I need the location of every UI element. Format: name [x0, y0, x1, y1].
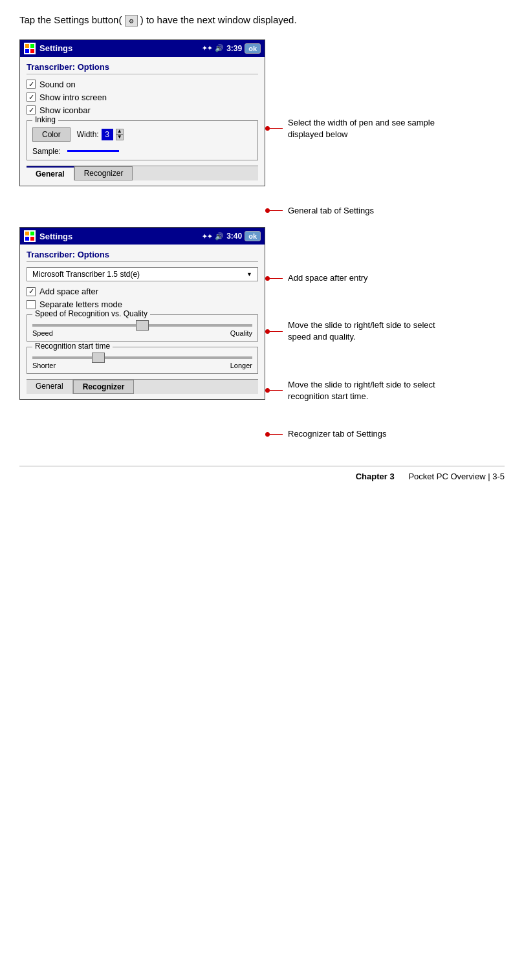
checkbox-show-intro-label: Show intro screen — [39, 93, 107, 102]
footer-page-num: 3-5 — [492, 472, 505, 481]
recog-slider-track — [32, 356, 252, 359]
checkbox-show-intro[interactable]: Show intro screen — [27, 93, 258, 102]
settings-icon: ⚙ — [125, 15, 138, 27]
annot-dot-3 — [265, 276, 270, 281]
ok-button-1[interactable]: ok — [245, 43, 261, 54]
width-label: Width: — [77, 130, 99, 139]
speaker-icon-2: 🔊 — [215, 232, 224, 241]
svg-rect-1 — [30, 44, 34, 48]
title-icons-2: ✦✦ 🔊 3:40 ok — [202, 231, 261, 241]
checkbox-show-intro-box[interactable] — [27, 93, 36, 102]
checkbox-add-space-label: Add space after — [39, 287, 98, 296]
time-display-1: 3:39 — [226, 44, 242, 53]
chapter-footer: Chapter 3 Pocket PC Overview | 3-5 — [19, 466, 505, 481]
transcriber-dropdown[interactable]: Microsoft Transcriber 1.5 std(e) ▼ — [27, 267, 258, 281]
speed-slider-track — [32, 324, 252, 327]
annot-line-5 — [270, 390, 283, 391]
annotation-recog-time: Move the slide to right/left side to sel… — [265, 379, 437, 402]
dropdown-value: Microsoft Transcriber 1.5 std(e) — [32, 270, 140, 279]
speed-slider-thumb[interactable] — [136, 320, 149, 331]
svg-rect-6 — [25, 237, 29, 241]
windows-logo-2 — [24, 230, 36, 242]
settings-window-2: Settings ✦✦ 🔊 3:40 ok Transcriber: Optio… — [19, 227, 265, 400]
signal-icon: ✦✦ — [202, 45, 212, 52]
svg-rect-5 — [30, 232, 34, 235]
checkbox-separate-letters-label: Separate letters mode — [39, 299, 122, 309]
recog-left-label: Shorter — [32, 362, 56, 369]
tab-bar-2: General Recognizer — [27, 379, 258, 394]
width-value: 3 — [102, 129, 113, 140]
section-title-2: Transcriber: Options — [27, 250, 258, 262]
page-container: Tap the Settings button( ⚙ ) to have the… — [0, 0, 524, 494]
footer-space — [397, 472, 406, 481]
speed-group-label: Speed of Recognition vs. Quality — [32, 309, 150, 318]
title-bar-2: Settings ✦✦ 🔊 3:40 ok — [20, 228, 265, 245]
checkbox-sound-on[interactable]: Sound on — [27, 80, 258, 89]
inking-group: Inking Color Width: 3 ▲ ▼ — [27, 120, 258, 160]
checkbox-show-iconbar[interactable]: Show iconbar — [27, 105, 258, 115]
spin-buttons[interactable]: ▲ ▼ — [116, 129, 124, 140]
checkbox-add-space-box[interactable] — [27, 287, 36, 296]
signal-icon-2: ✦✦ — [202, 233, 212, 240]
speed-left-label: Speed — [32, 329, 53, 337]
annot-line-4 — [270, 331, 283, 332]
annot-dot-2 — [265, 208, 270, 213]
window-title-1: Settings — [39, 43, 202, 53]
annot-text-6: Recognizer tab of Settings — [288, 428, 386, 440]
annot-line-2 — [270, 210, 283, 211]
svg-rect-4 — [25, 232, 29, 235]
speaker-icon: 🔊 — [215, 44, 224, 52]
annot-line-3 — [270, 278, 283, 279]
width-control: Width: 3 ▲ ▼ — [77, 129, 124, 140]
annot-text-1: Select the width of pen and see sample d… — [288, 117, 437, 140]
tab-bar-1: General Recognizer — [27, 166, 258, 180]
win2-content: Transcriber: Options Microsoft Transcrib… — [20, 245, 265, 399]
checkbox-sound-on-label: Sound on — [39, 80, 76, 89]
tab-general-1[interactable]: General — [27, 166, 74, 180]
checkbox-add-space[interactable]: Add space after — [27, 287, 258, 296]
checkbox-separate-letters[interactable]: Separate letters mode — [27, 299, 258, 309]
ok-button-2[interactable]: ok — [245, 231, 261, 241]
checkbox-separate-letters-box[interactable] — [27, 300, 36, 309]
title-bar-1: Settings ✦✦ 🔊 3:39 ok — [20, 40, 265, 57]
intro-text-before: Tap the Settings button( — [19, 14, 122, 25]
annotations-window2: Add space after entry Move the slide to … — [265, 227, 437, 440]
annot-text-5: Move the slide to right/left side to sel… — [288, 379, 437, 402]
recog-slider-thumb[interactable] — [92, 353, 105, 363]
annotation-add-space: Add space after entry — [265, 272, 437, 284]
chapter-label: Chapter 3 — [356, 472, 395, 481]
recog-right-label: Longer — [230, 362, 252, 369]
time-display-2: 3:40 — [226, 232, 242, 241]
annotations-window1: Select the width of pen and see sample d… — [265, 39, 437, 217]
sample-line — [67, 150, 119, 152]
tab-general-2[interactable]: General — [27, 380, 73, 394]
svg-rect-7 — [30, 237, 34, 241]
window-title-2: Settings — [39, 232, 202, 241]
recog-group-label: Recognition start time — [32, 342, 113, 351]
annot-line-1 — [270, 128, 283, 129]
checkbox-show-iconbar-box[interactable] — [27, 105, 36, 114]
annot-text-4: Move the slide to right/left side to sel… — [288, 320, 437, 343]
recog-slider-labels: Shorter Longer — [32, 362, 252, 369]
dropdown-arrow-icon: ▼ — [246, 271, 252, 278]
checkbox-sound-on-box[interactable] — [27, 80, 36, 89]
annotation-recog-tab: Recognizer tab of Settings — [265, 428, 437, 440]
sample-row: Sample: — [32, 147, 252, 156]
color-button[interactable]: Color — [32, 127, 71, 142]
title-icons-1: ✦✦ 🔊 3:39 ok — [202, 43, 261, 54]
annot-dot-4 — [265, 329, 270, 334]
spin-down[interactable]: ▼ — [116, 135, 124, 140]
svg-rect-3 — [30, 49, 34, 53]
inking-label: Inking — [32, 115, 58, 124]
intro-text-after: ) to have the next window displayed. — [140, 14, 297, 25]
recog-slider-group: Recognition start time Shorter Longer — [27, 347, 258, 374]
tab-recognizer-2[interactable]: Recognizer — [73, 380, 135, 394]
annot-text-3: Add space after entry — [288, 272, 368, 284]
annotation-width: Select the width of pen and see sample d… — [265, 117, 437, 140]
section-title-1: Transcriber: Options — [27, 62, 258, 74]
svg-rect-0 — [25, 44, 29, 48]
windows-logo-1 — [24, 43, 36, 54]
annotation-general-tab: General tab of Settings — [265, 205, 437, 217]
tab-recognizer-1[interactable]: Recognizer — [74, 166, 133, 180]
annotation-speed: Move the slide to right/left side to sel… — [265, 320, 437, 343]
